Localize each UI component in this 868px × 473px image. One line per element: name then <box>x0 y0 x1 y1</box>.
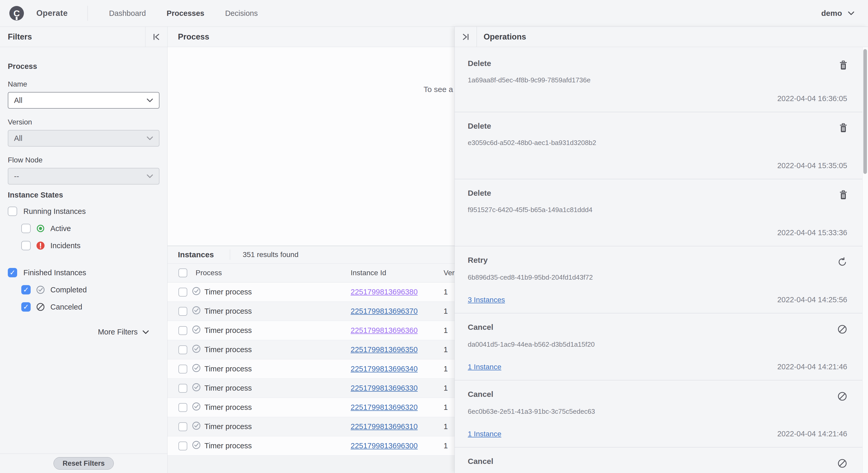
operation-type: Retry <box>468 256 488 265</box>
cancel-icon <box>837 459 847 469</box>
state-checkbox[interactable] <box>8 207 17 216</box>
instance-state-row: Completed <box>21 285 159 295</box>
operation-id: 6b896d35-ced8-41b9-95bd-204fd1d43f72 <box>468 273 847 282</box>
process-name: Timer process <box>205 384 351 392</box>
filter-select[interactable]: -- <box>8 168 159 184</box>
state-checkbox[interactable] <box>8 268 17 277</box>
state-label: Completed <box>51 286 87 294</box>
filter-select[interactable]: All <box>8 92 159 109</box>
delete-icon <box>839 123 847 134</box>
completed-state-icon <box>192 402 205 413</box>
instance-id-link[interactable]: 2251799813696360 <box>351 326 444 335</box>
filter-field: Name All <box>0 80 167 109</box>
operation-id: f951527c-6420-45f5-b65a-149a1c81ddd4 <box>468 206 847 214</box>
instance-id-link[interactable]: 2251799813696300 <box>351 442 444 450</box>
filter-field-label: Flow Node <box>8 156 159 164</box>
instances-header-divider <box>230 249 230 260</box>
operation-entry: Delete e3059c6d-a502-48b0-aec1-ba931d320… <box>455 112 862 179</box>
operation-entry: Delete f951527c-6420-45f5-b65a-149a1c81d… <box>455 179 862 246</box>
operation-type: Delete <box>468 59 491 68</box>
row-checkbox[interactable] <box>179 288 187 297</box>
operation-instances-link[interactable]: 1 Instance <box>468 363 501 371</box>
process-name: Timer process <box>205 345 351 354</box>
collapse-filters-panel-button[interactable] <box>145 27 167 47</box>
completed-state-icon <box>192 306 205 317</box>
scrollbar-thumb[interactable] <box>863 49 867 174</box>
nav-tab[interactable]: Dashboard <box>109 9 146 18</box>
operation-id: 1a69aa8f-d5ec-4f8b-9c99-7859afd1736e <box>468 76 847 84</box>
nav-divider <box>88 6 88 21</box>
operation-type: Cancel <box>468 457 493 466</box>
user-menu[interactable]: demo <box>821 9 855 18</box>
filter-select[interactable]: All <box>8 130 159 147</box>
instance-id-link[interactable]: 2251799813696370 <box>351 307 444 316</box>
operation-entry: Cancel da0041d5-1ac9-44ea-b562-d3b5d1a15… <box>455 314 862 381</box>
operation-entry-top: Cancel <box>468 457 847 469</box>
operation-timestamp: 2022-04-04 15:35:05 <box>777 161 847 170</box>
row-checkbox[interactable] <box>179 307 187 316</box>
completed-state-icon <box>192 383 205 393</box>
operation-entry-bottom: 3 Instances 2022-04-04 14:25:56 <box>468 295 847 304</box>
operation-instances-link[interactable]: 1 Instance <box>468 430 501 438</box>
process-group-title: Process <box>8 62 159 71</box>
instance-state-row: Active <box>21 223 159 234</box>
state-checkbox[interactable] <box>21 285 31 294</box>
user-name: demo <box>821 9 842 18</box>
row-checkbox[interactable] <box>179 326 187 335</box>
state-checkbox[interactable] <box>21 241 31 250</box>
instance-id-link[interactable]: 2251799813696320 <box>351 403 444 412</box>
select-all-checkbox[interactable] <box>179 268 187 277</box>
instance-id-link[interactable]: 2251799813696350 <box>351 345 444 354</box>
filter-select-value: All <box>14 134 22 143</box>
operation-entry: Retry 6b896d35-ced8-41b9-95bd-204fd1d43f… <box>455 246 862 314</box>
completed-state-icon <box>192 441 205 451</box>
instance-state-row: Incidents <box>21 240 159 251</box>
column-header-process: Process <box>192 269 351 277</box>
completed-state-icon <box>36 285 45 294</box>
operation-entry-bottom: 2022-04-04 15:35:05 <box>468 161 847 170</box>
delete-icon <box>839 61 847 71</box>
instance-id-link[interactable]: 2251799813696380 <box>351 288 444 296</box>
operation-instances-link[interactable]: 3 Instances <box>468 296 505 304</box>
operation-entry-top: Delete <box>468 122 847 134</box>
row-checkbox[interactable] <box>179 384 187 393</box>
operation-entry-top: Cancel <box>468 323 847 335</box>
instance-id-link[interactable]: 2251799813696310 <box>351 422 444 431</box>
operations-list: Delete 1a69aa8f-d5ec-4f8b-9c99-7859afd17… <box>455 47 862 473</box>
instance-id-link[interactable]: 2251799813696330 <box>351 384 444 392</box>
instance-id-link[interactable]: 2251799813696340 <box>351 365 444 373</box>
completed-state-icon <box>192 363 205 374</box>
row-checkbox[interactable] <box>179 365 187 374</box>
row-checkbox[interactable] <box>179 345 187 354</box>
instance-state-filters: Running Instances Active <box>0 206 167 312</box>
row-checkbox[interactable] <box>179 422 187 431</box>
state-checkbox[interactable] <box>21 302 31 312</box>
row-checkbox[interactable] <box>179 403 187 412</box>
reset-filters-button[interactable]: Reset Filters <box>54 457 114 470</box>
chevron-down-icon <box>848 11 855 15</box>
collapse-left-icon <box>152 32 161 41</box>
collapse-operations-panel-button[interactable] <box>455 27 477 47</box>
completed-state-icon <box>192 421 205 432</box>
instance-state-row: Finished Instances <box>8 267 159 278</box>
filters-panel-header: Filters <box>0 27 167 47</box>
operations-scrollbar[interactable] <box>862 47 868 473</box>
canceled-state-icon <box>36 302 45 312</box>
more-filters-toggle[interactable]: More Filters <box>0 328 149 336</box>
top-navbar: C Operate Dashboard Processes Decisions … <box>0 0 868 27</box>
nav-tabs: Dashboard Processes Decisions <box>109 9 258 18</box>
operation-entry-bottom: 2022-04-04 16:36:05 <box>468 94 847 103</box>
content-area: Filters Process Name All <box>0 27 868 473</box>
process-name: Timer process <box>205 326 351 335</box>
nav-tab[interactable]: Processes <box>167 9 205 18</box>
state-checkbox[interactable] <box>21 224 31 233</box>
nav-tab[interactable]: Decisions <box>225 9 258 18</box>
row-checkbox[interactable] <box>179 442 187 450</box>
filters-title: Filters <box>0 32 145 41</box>
process-name: Timer process <box>205 442 351 450</box>
instance-states-title: Instance States <box>8 191 159 199</box>
operation-entry-top: Retry <box>468 256 847 268</box>
operation-id: e3059c6d-a502-48b0-aec1-ba931d3208b2 <box>468 139 847 147</box>
process-name: Timer process <box>205 288 351 296</box>
instances-title: Instances <box>167 250 214 259</box>
